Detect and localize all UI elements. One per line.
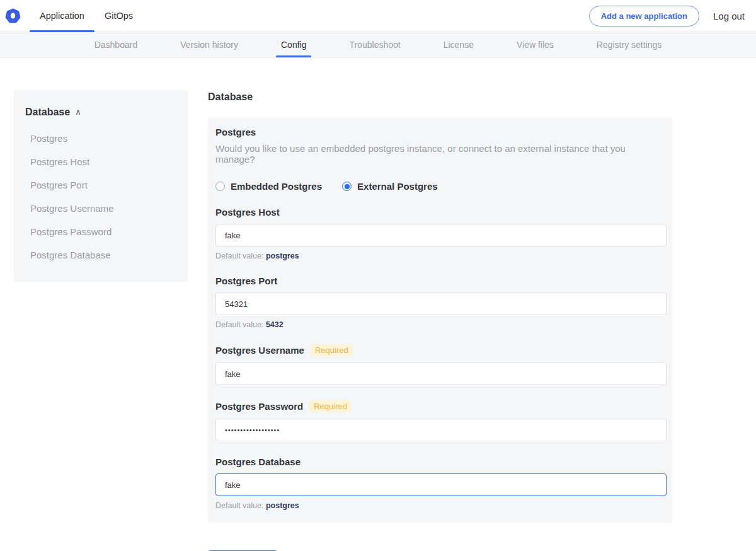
postgres-port-label: Postgres Port: [215, 276, 665, 286]
sidebar-item-postgres[interactable]: Postgres: [25, 127, 176, 150]
default-prefix: Default value:: [215, 320, 263, 329]
default-prefix: Default value:: [215, 252, 263, 260]
subnav-troubleshoot[interactable]: Troubleshoot: [346, 32, 403, 57]
default-value: postgres: [266, 501, 299, 510]
postgres-database-label: Postgres Database: [215, 456, 665, 467]
postgres-username-label-text: Postgres Username: [215, 345, 304, 356]
logout-link[interactable]: Log out: [713, 11, 745, 21]
config-group-title: Database: [208, 91, 672, 103]
sidebar-item-postgres-port[interactable]: Postgres Port: [25, 173, 176, 197]
subnav-dashboard[interactable]: Dashboard: [92, 32, 140, 57]
postgres-port-input[interactable]: [215, 293, 667, 315]
postgres-help-text: Would you like to use an embedded postgr…: [215, 143, 665, 165]
postgres-database-default: Default value: postgres: [215, 501, 665, 510]
tab-application[interactable]: Application: [30, 0, 94, 32]
radio-embedded-postgres[interactable]: Embedded Postgres: [215, 181, 322, 192]
postgres-database-input[interactable]: [215, 473, 667, 496]
tab-gitops[interactable]: GitOps: [94, 0, 143, 32]
sidebar-item-postgres-password[interactable]: Postgres Password: [25, 220, 176, 243]
postgres-host-default: Default value: postgres: [215, 252, 665, 260]
postgres-host-label: Postgres Host: [215, 207, 665, 218]
header-right: Add a new application Log out: [589, 0, 756, 32]
header-tabs: Application GitOps: [30, 0, 143, 32]
tab-application-label: Application: [40, 11, 84, 21]
sidebar-group-title: Database: [25, 107, 70, 118]
postgres-group-label: Postgres: [215, 127, 665, 137]
app-subnav: Dashboard Version history Config Trouble…: [0, 32, 756, 58]
radio-embedded-label: Embedded Postgres: [231, 181, 322, 192]
sidebar-items: Postgres Postgres Host Postgres Port Pos…: [25, 127, 176, 267]
config-sidebar: Database ∧ Postgres Postgres Host Postgr…: [14, 90, 188, 282]
radio-checked-icon: [342, 182, 352, 191]
postgres-password-input[interactable]: [215, 419, 667, 441]
subnav-registry-settings[interactable]: Registry settings: [594, 32, 664, 57]
tab-gitops-label: GitOps: [105, 11, 133, 21]
sidebar-group-database[interactable]: Database ∧: [25, 107, 176, 118]
page-body: Database ∧ Postgres Postgres Host Postgr…: [0, 58, 756, 551]
postgres-password-label-text: Postgres Password: [215, 401, 303, 412]
config-group-panel: Postgres Would you like to use an embedd…: [208, 118, 672, 523]
chevron-up-icon: ∧: [75, 107, 81, 117]
default-value: postgres: [266, 252, 299, 260]
postgres-host-label-text: Postgres Host: [215, 207, 280, 218]
sidebar-item-postgres-username[interactable]: Postgres Username: [25, 197, 176, 220]
top-header: Application GitOps Add a new application…: [0, 0, 756, 32]
postgres-database-label-text: Postgres Database: [215, 456, 301, 467]
subnav-version-history[interactable]: Version history: [178, 32, 241, 57]
radio-external-label: External Postgres: [357, 181, 438, 192]
postgres-username-input[interactable]: [215, 362, 667, 385]
radio-unchecked-icon: [215, 182, 225, 191]
app-logo: [0, 0, 30, 32]
subnav-view-files[interactable]: View files: [514, 32, 556, 57]
required-badge: Required: [309, 400, 352, 412]
sidebar-item-postgres-host[interactable]: Postgres Host: [25, 150, 176, 173]
postgres-port-label-text: Postgres Port: [215, 276, 277, 286]
radio-external-postgres[interactable]: External Postgres: [342, 181, 438, 192]
default-value: 5432: [266, 320, 284, 329]
postgres-username-label: Postgres Username Required: [215, 344, 665, 356]
postgres-mode-radio-group: Embedded Postgres External Postgres: [215, 181, 665, 192]
sidebar-item-postgres-database[interactable]: Postgres Database: [25, 243, 176, 267]
add-application-button[interactable]: Add a new application: [589, 6, 699, 26]
default-prefix: Default value:: [215, 501, 263, 510]
required-badge: Required: [311, 344, 353, 356]
postgres-password-label: Postgres Password Required: [215, 400, 665, 412]
config-main: Database Postgres Would you like to use …: [208, 90, 672, 551]
postgres-host-input[interactable]: [215, 224, 667, 246]
app-logo-icon: [5, 8, 21, 24]
postgres-port-default: Default value: 5432: [215, 320, 665, 329]
subnav-config[interactable]: Config: [278, 32, 309, 57]
subnav-license[interactable]: License: [441, 32, 476, 57]
